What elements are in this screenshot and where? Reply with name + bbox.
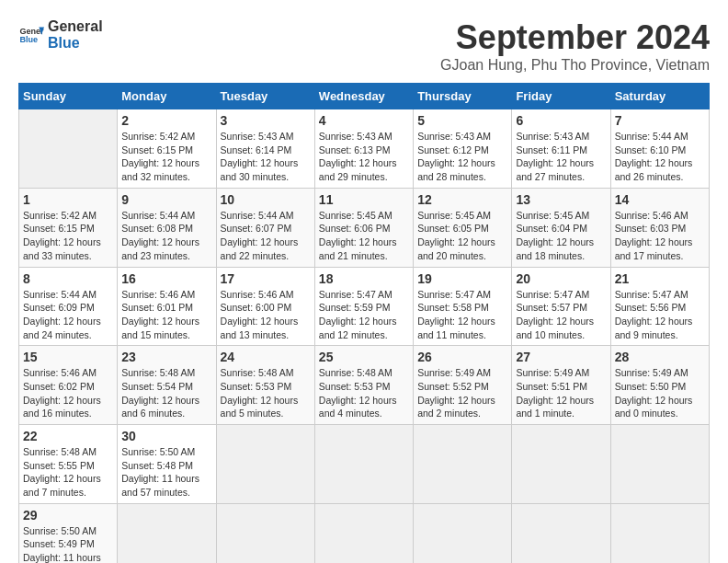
- calendar-cell: 20Sunrise: 5:47 AM Sunset: 5:57 PM Dayli…: [512, 267, 610, 346]
- calendar-cell: 22Sunrise: 5:48 AM Sunset: 5:55 PM Dayli…: [19, 425, 118, 504]
- calendar-cell: [314, 503, 413, 563]
- calendar-cell: [512, 503, 610, 563]
- calendar-cell: 13Sunrise: 5:45 AM Sunset: 6:04 PM Dayli…: [512, 188, 610, 267]
- day-number: 1: [23, 192, 113, 207]
- day-number: 2: [121, 113, 211, 128]
- day-number: 6: [516, 113, 606, 128]
- day-detail: Sunrise: 5:43 AM Sunset: 6:11 PM Dayligh…: [516, 130, 606, 184]
- day-number: 17: [221, 271, 311, 286]
- day-detail: Sunrise: 5:48 AM Sunset: 5:53 PM Dayligh…: [221, 366, 311, 420]
- day-detail: Sunrise: 5:43 AM Sunset: 6:13 PM Dayligh…: [319, 130, 409, 184]
- calendar-week-5: 29Sunrise: 5:50 AM Sunset: 5:49 PM Dayli…: [19, 503, 710, 563]
- day-detail: Sunrise: 5:49 AM Sunset: 5:52 PM Dayligh…: [417, 366, 507, 420]
- day-detail: Sunrise: 5:48 AM Sunset: 5:55 PM Dayligh…: [23, 445, 113, 500]
- day-number: 22: [23, 429, 113, 443]
- calendar-cell: [610, 425, 709, 504]
- calendar-cell: 9Sunrise: 5:44 AM Sunset: 6:08 PM Daylig…: [118, 188, 216, 267]
- day-detail: Sunrise: 5:47 AM Sunset: 5:56 PM Dayligh…: [615, 288, 705, 342]
- day-detail: Sunrise: 5:44 AM Sunset: 6:08 PM Dayligh…: [121, 209, 211, 263]
- calendar-week-2: 8Sunrise: 5:44 AM Sunset: 6:09 PM Daylig…: [19, 267, 710, 346]
- day-detail: Sunrise: 5:46 AM Sunset: 6:01 PM Dayligh…: [121, 288, 211, 342]
- calendar-week-3: 15Sunrise: 5:46 AM Sunset: 6:02 PM Dayli…: [19, 346, 710, 425]
- day-detail: Sunrise: 5:43 AM Sunset: 6:12 PM Dayligh…: [417, 130, 507, 184]
- calendar-cell: [216, 425, 314, 504]
- calendar-cell: 12Sunrise: 5:45 AM Sunset: 6:05 PM Dayli…: [414, 188, 512, 267]
- day-detail: Sunrise: 5:43 AM Sunset: 6:14 PM Dayligh…: [221, 130, 311, 184]
- day-detail: Sunrise: 5:46 AM Sunset: 6:02 PM Dayligh…: [23, 366, 113, 420]
- day-number: 5: [417, 113, 507, 128]
- header-friday: Friday: [512, 84, 610, 109]
- calendar-cell: 19Sunrise: 5:47 AM Sunset: 5:58 PM Dayli…: [414, 267, 512, 346]
- day-number: 13: [516, 192, 606, 207]
- calendar-cell: [414, 503, 512, 563]
- day-number: 18: [319, 271, 409, 286]
- calendar-cell: 24Sunrise: 5:48 AM Sunset: 5:53 PM Dayli…: [216, 346, 314, 425]
- day-detail: Sunrise: 5:50 AM Sunset: 5:48 PM Dayligh…: [121, 445, 211, 500]
- day-detail: Sunrise: 5:47 AM Sunset: 5:58 PM Dayligh…: [417, 288, 507, 342]
- day-detail: Sunrise: 5:47 AM Sunset: 5:57 PM Dayligh…: [516, 288, 606, 342]
- calendar-header-row: SundayMondayTuesdayWednesdayThursdayFrid…: [19, 84, 710, 109]
- calendar-cell: 11Sunrise: 5:45 AM Sunset: 6:06 PM Dayli…: [314, 188, 413, 267]
- calendar-week-0: 2Sunrise: 5:42 AM Sunset: 6:15 PM Daylig…: [19, 109, 710, 189]
- calendar-title: September 2024: [440, 18, 710, 57]
- header-saturday: Saturday: [610, 84, 709, 109]
- calendar-cell: [19, 109, 118, 189]
- day-detail: Sunrise: 5:47 AM Sunset: 5:59 PM Dayligh…: [319, 288, 409, 342]
- calendar-cell: [314, 425, 413, 504]
- calendar-cell: [512, 425, 610, 504]
- day-number: 7: [615, 113, 705, 128]
- calendar-cell: 16Sunrise: 5:46 AM Sunset: 6:01 PM Dayli…: [118, 267, 216, 346]
- day-number: 14: [615, 192, 705, 207]
- day-detail: Sunrise: 5:44 AM Sunset: 6:07 PM Dayligh…: [221, 209, 311, 263]
- day-number: 8: [23, 271, 113, 286]
- calendar-cell: [414, 425, 512, 504]
- svg-text:Blue: Blue: [19, 35, 38, 44]
- day-detail: Sunrise: 5:49 AM Sunset: 5:51 PM Dayligh…: [516, 366, 606, 420]
- calendar-cell: 28Sunrise: 5:49 AM Sunset: 5:50 PM Dayli…: [610, 346, 709, 425]
- day-detail: Sunrise: 5:50 AM Sunset: 5:49 PM Dayligh…: [23, 524, 113, 563]
- day-number: 19: [417, 271, 507, 286]
- day-detail: Sunrise: 5:48 AM Sunset: 5:53 PM Dayligh…: [319, 366, 409, 420]
- calendar-subtitle: GJoan Hung, Phu Tho Province, Vietnam: [440, 57, 710, 74]
- header-tuesday: Tuesday: [216, 84, 314, 109]
- calendar-cell: 21Sunrise: 5:47 AM Sunset: 5:56 PM Dayli…: [610, 267, 709, 346]
- logo-general: General: [48, 18, 103, 35]
- header: General Blue General Blue September 2024…: [18, 18, 710, 74]
- calendar-cell: 15Sunrise: 5:46 AM Sunset: 6:02 PM Dayli…: [19, 346, 118, 425]
- calendar-cell: 27Sunrise: 5:49 AM Sunset: 5:51 PM Dayli…: [512, 346, 610, 425]
- header-monday: Monday: [118, 84, 216, 109]
- day-number: 16: [121, 271, 211, 286]
- day-number: 21: [615, 271, 705, 286]
- day-number: 27: [516, 350, 606, 364]
- day-detail: Sunrise: 5:45 AM Sunset: 6:06 PM Dayligh…: [319, 209, 409, 263]
- calendar-cell: 1Sunrise: 5:42 AM Sunset: 6:15 PM Daylig…: [19, 188, 118, 267]
- day-number: 24: [221, 350, 311, 364]
- day-number: 12: [417, 192, 507, 207]
- day-detail: Sunrise: 5:42 AM Sunset: 6:15 PM Dayligh…: [23, 209, 113, 263]
- day-detail: Sunrise: 5:49 AM Sunset: 5:50 PM Dayligh…: [615, 366, 705, 420]
- day-number: 29: [23, 508, 113, 523]
- calendar-cell: [216, 503, 314, 563]
- day-detail: Sunrise: 5:42 AM Sunset: 6:15 PM Dayligh…: [121, 130, 211, 184]
- header-thursday: Thursday: [414, 84, 512, 109]
- calendar-cell: 2Sunrise: 5:42 AM Sunset: 6:15 PM Daylig…: [118, 109, 216, 189]
- day-number: 3: [221, 113, 311, 128]
- day-detail: Sunrise: 5:46 AM Sunset: 6:03 PM Dayligh…: [615, 209, 705, 263]
- calendar-cell: 8Sunrise: 5:44 AM Sunset: 6:09 PM Daylig…: [19, 267, 118, 346]
- logo: General Blue General Blue: [18, 18, 103, 51]
- day-number: 25: [319, 350, 409, 364]
- calendar-cell: 25Sunrise: 5:48 AM Sunset: 5:53 PM Dayli…: [314, 346, 413, 425]
- day-detail: Sunrise: 5:44 AM Sunset: 6:10 PM Dayligh…: [615, 130, 705, 184]
- header-wednesday: Wednesday: [314, 84, 413, 109]
- calendar-cell: [118, 503, 216, 563]
- day-number: 28: [615, 350, 705, 364]
- calendar-cell: 3Sunrise: 5:43 AM Sunset: 6:14 PM Daylig…: [216, 109, 314, 189]
- day-number: 23: [121, 350, 211, 364]
- calendar-week-4: 22Sunrise: 5:48 AM Sunset: 5:55 PM Dayli…: [19, 425, 710, 504]
- day-number: 26: [417, 350, 507, 364]
- calendar-cell: 14Sunrise: 5:46 AM Sunset: 6:03 PM Dayli…: [610, 188, 709, 267]
- logo-blue: Blue: [48, 35, 103, 52]
- calendar-cell: 7Sunrise: 5:44 AM Sunset: 6:10 PM Daylig…: [610, 109, 709, 189]
- day-number: 4: [319, 113, 409, 128]
- day-number: 9: [121, 192, 211, 207]
